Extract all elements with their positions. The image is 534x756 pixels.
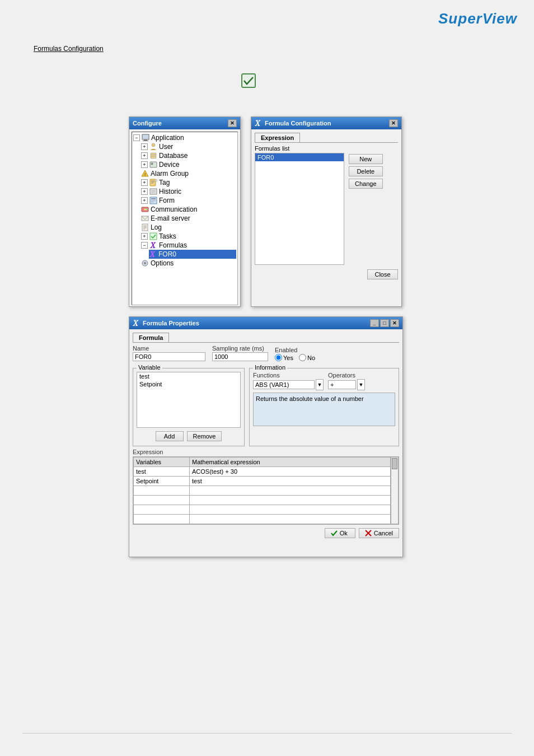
new-formula-btn[interactable]: New	[349, 154, 383, 164]
formula-listbox-item-for0[interactable]: FOR0	[255, 153, 344, 161]
operators-input[interactable]	[328, 380, 356, 389]
tree-item-device[interactable]: + Device	[141, 160, 236, 169]
configure-close-btn[interactable]: ✕	[228, 119, 237, 127]
formula-config-close-btn[interactable]: ✕	[389, 119, 398, 127]
ok-btn[interactable]: Ok	[325, 528, 355, 538]
variable-item-test[interactable]: test	[137, 372, 240, 380]
tree-item-database[interactable]: + Database	[141, 151, 236, 160]
tree-item-tasks[interactable]: + Tasks	[141, 232, 236, 241]
tree-label-application: Application	[151, 134, 184, 142]
operators-dropdown-btn[interactable]: ▼	[357, 379, 365, 390]
expr-row-5[interactable]	[134, 515, 391, 524]
change-formula-btn[interactable]: Change	[349, 179, 383, 189]
svg-point-27	[144, 209, 146, 211]
configure-title-text: Configure	[133, 120, 162, 127]
svg-text:𝑋: 𝑋	[149, 251, 156, 258]
expr-row-2[interactable]	[134, 486, 391, 496]
cancel-btn[interactable]: Cancel	[359, 528, 399, 538]
tab-expression[interactable]: Expression	[255, 133, 300, 142]
tree-item-form[interactable]: + Form	[141, 196, 236, 205]
bottom-rule	[22, 733, 512, 734]
alarm-icon: !	[141, 170, 149, 178]
ok-icon	[331, 530, 338, 536]
expr-row-4[interactable]	[134, 505, 391, 515]
tree-item-for0[interactable]: 𝑋 FOR0	[149, 250, 236, 259]
expand-historic[interactable]: +	[141, 188, 148, 195]
tree-item-log[interactable]: Log	[141, 223, 236, 232]
expr-var-1: Setpoint	[134, 477, 190, 486]
functions-input[interactable]	[253, 380, 315, 389]
expand-formulas[interactable]: −	[141, 242, 148, 249]
historic-icon	[149, 188, 157, 195]
configure-tree: − Application + User +	[132, 132, 238, 305]
doc-link[interactable]: Formulas Configuration	[34, 45, 104, 53]
expr-row-1[interactable]: Setpoint test	[134, 477, 391, 486]
expr-row-0[interactable]: test ACOS(test) + 30	[134, 467, 391, 477]
formula-props-dialog: 𝑋 Formula Properties _ □ ✕ Formula Name …	[129, 316, 403, 557]
tree-item-user[interactable]: + User	[141, 142, 236, 151]
svg-rect-0	[242, 74, 255, 87]
tree-item-historic[interactable]: + Historic	[141, 187, 236, 196]
expand-tag[interactable]: +	[141, 179, 148, 186]
delete-formula-btn[interactable]: Delete	[349, 166, 383, 176]
fp-minimize-btn[interactable]: _	[370, 319, 379, 327]
tree-label-log: Log	[151, 223, 162, 231]
svg-rect-5	[151, 153, 156, 158]
fp-maximize-btn[interactable]: □	[380, 319, 389, 327]
close-formula-config-btn[interactable]: Close	[367, 269, 398, 279]
expand-application[interactable]: −	[133, 134, 140, 141]
expr-var-2	[134, 486, 190, 496]
configure-titlebar[interactable]: Configure ✕	[129, 117, 240, 129]
fp-close-btn[interactable]: ✕	[390, 319, 399, 327]
configure-dialog: Configure ✕ − Application +	[129, 116, 241, 307]
form-icon	[149, 197, 157, 204]
name-input[interactable]	[133, 352, 205, 361]
variable-item-setpoint[interactable]: Setpoint	[137, 380, 240, 388]
log-icon	[141, 223, 149, 231]
tree-item-options[interactable]: Options	[141, 259, 236, 268]
tag-icon	[149, 179, 157, 186]
formula-props-title-icon: 𝑋	[133, 319, 140, 327]
enabled-no-radio[interactable]	[299, 354, 306, 361]
comm-icon	[141, 206, 149, 213]
tree-item-alarmgroup[interactable]: ! Alarm Group	[141, 169, 236, 178]
remove-variable-btn[interactable]: Remove	[187, 431, 222, 441]
tree-label-email: E-mail server	[151, 214, 190, 222]
tree-label-tasks: Tasks	[159, 232, 176, 240]
tree-item-tag[interactable]: + Tag	[141, 178, 236, 187]
variable-listbox[interactable]: test Setpoint	[137, 372, 241, 428]
formulas-listbox[interactable]: FOR0	[255, 153, 344, 265]
enabled-yes-radio[interactable]	[275, 354, 282, 361]
enabled-yes-label[interactable]: Yes	[275, 354, 293, 361]
enabled-radio-group: Yes No	[275, 354, 315, 361]
formula-config-title-left: 𝑋 Formula Configuration	[255, 119, 331, 127]
functions-dropdown-btn[interactable]: ▼	[316, 379, 324, 390]
formula-props-title-text: Formula Properties	[143, 320, 199, 326]
expand-user[interactable]: +	[141, 143, 148, 150]
expand-form[interactable]: +	[141, 197, 148, 204]
expr-row-3[interactable]	[134, 496, 391, 505]
tree-item-application[interactable]: − Application	[133, 133, 236, 142]
svg-rect-9	[151, 163, 153, 165]
tree-item-email[interactable]: E-mail server	[141, 214, 236, 223]
expand-database[interactable]: +	[141, 152, 148, 159]
expand-device[interactable]: +	[141, 161, 148, 168]
enabled-no-label[interactable]: No	[299, 354, 315, 361]
expr-math-2	[190, 486, 391, 496]
tab-formula[interactable]: Formula	[133, 333, 169, 342]
expand-tasks[interactable]: +	[141, 233, 148, 240]
operators-label: Operators	[328, 372, 395, 379]
tree-item-communication[interactable]: Communication	[141, 205, 236, 214]
formula-props-titlebar[interactable]: 𝑋 Formula Properties _ □ ✕	[129, 317, 402, 329]
info-box: Returns the absolute value of a number	[253, 393, 395, 426]
add-variable-btn[interactable]: Add	[156, 431, 184, 441]
name-label: Name	[133, 345, 205, 352]
expr-var-3	[134, 496, 190, 505]
svg-rect-22	[151, 198, 156, 199]
tree-item-formulas[interactable]: − 𝑋 Formulas	[141, 241, 236, 250]
formula-config-titlebar[interactable]: 𝑋 Formula Configuration ✕	[251, 117, 401, 129]
configure-title-left: Configure	[133, 120, 162, 127]
sampling-input[interactable]	[212, 352, 268, 361]
expression-scrollbar[interactable]	[391, 457, 399, 524]
sampling-label: Sampling rate (ms)	[212, 345, 268, 352]
